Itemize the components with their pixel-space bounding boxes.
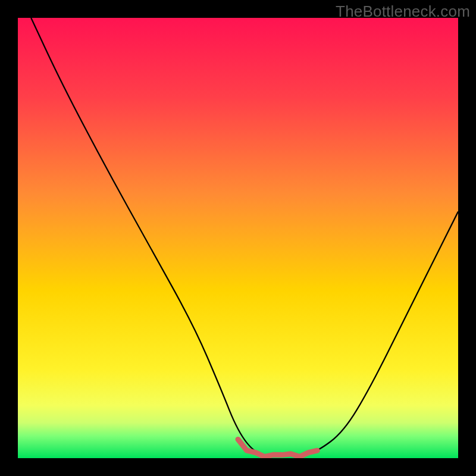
chart-svg (18, 18, 458, 458)
plot-area (18, 18, 458, 458)
chart-frame: TheBottleneck.com (0, 0, 476, 476)
gradient-background (18, 18, 458, 458)
